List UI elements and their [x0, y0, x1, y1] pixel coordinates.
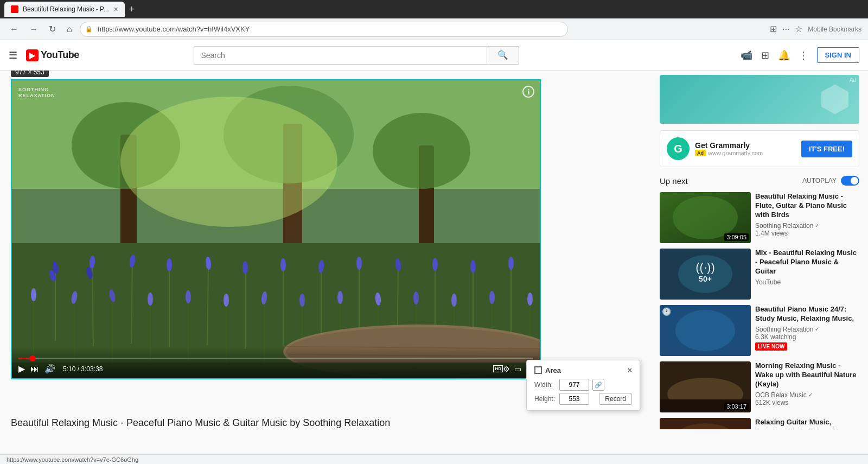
height-label: Height: [534, 395, 556, 403]
grammarly-logo: G [667, 137, 690, 160]
progress-bar[interactable] [18, 358, 533, 359]
browser-toolbar-right: ⊞ ··· ☆ Mobile Bookmarks [770, 24, 861, 34]
search-input[interactable] [194, 46, 487, 65]
sv-channel-2: YouTube [755, 278, 859, 286]
width-input[interactable] [559, 379, 589, 391]
sv-views-4: 512K views [755, 399, 859, 406]
suggested-video-2[interactable]: ((·)) 50+ Mix - Beautiful Relaxing Music… [660, 249, 859, 300]
svg-point-59 [413, 291, 419, 304]
sv-info-5: Relaxing Guitar Music, Calming Music, Re… [755, 418, 859, 429]
active-tab[interactable]: Beautiful Relaxing Music - P... ✕ [4, 2, 125, 17]
height-input[interactable] [559, 393, 589, 405]
svg-point-63 [489, 291, 495, 304]
width-field-row: Width: 🔗 Record [534, 379, 632, 391]
svg-point-25 [280, 258, 286, 271]
address-bar-row: ← → ↻ ⌂ 🔒 ⊞ ··· ☆ Mobile Bookmarks [0, 18, 868, 40]
sv-channel-4: OCB Relax Music ✓ [755, 391, 859, 399]
sidebar: Ad G Get Grammarly Ad www.grammarly.com … [651, 71, 868, 429]
suggested-video-5[interactable]: Relaxing Guitar Music, Calming Music, Re… [660, 418, 859, 429]
svg-point-65 [527, 293, 533, 306]
volume-button[interactable]: 🔊 [44, 364, 55, 374]
sign-in-button[interactable]: SIGN IN [817, 47, 859, 63]
new-tab-button[interactable]: + [125, 4, 139, 15]
sv-title-4: Morning Relaxing Music - Wake up with Be… [755, 361, 859, 389]
up-next-title: Up next [660, 176, 688, 186]
svg-point-53 [299, 294, 305, 307]
video-size-badge: 977 × 553 [11, 71, 49, 77]
grammarly-text: Get Grammarly Ad www.grammarly.com [695, 141, 796, 156]
sv-verified-4: ✓ [808, 392, 813, 398]
next-button[interactable]: ⏭ [30, 364, 39, 374]
video-info: Beautiful Relaxing Music - Peaceful Pian… [11, 417, 640, 429]
settings-button[interactable]: HD ⚙ [493, 365, 510, 373]
play-button[interactable]: ▶ [18, 364, 25, 374]
lock-icon: 🔒 [85, 26, 93, 33]
back-button[interactable]: ← [7, 22, 22, 36]
address-wrapper: 🔒 [80, 22, 568, 37]
youtube-logo-text: YouTube [41, 49, 79, 61]
forward-button[interactable]: → [26, 22, 41, 36]
suggested-video-1[interactable]: 3:09:05 Beautiful Relaxing Music - Flute… [660, 192, 859, 243]
svg-point-8 [120, 97, 337, 227]
video-player-wrapper: 977 × 553 [11, 79, 640, 379]
video-watermark: SOOTHING RELAXATION [18, 87, 55, 99]
ad-banner: Ad [660, 75, 859, 124]
live-badge: LIVE NOW [755, 342, 787, 351]
svg-point-37 [508, 257, 514, 270]
extensions-icon[interactable]: ⊞ [770, 24, 777, 34]
more-icon[interactable]: ⋮ [799, 49, 808, 61]
sv-channel-1: Soothing Relaxation ✓ [755, 222, 859, 230]
sv-title-2: Mix - Beautiful Relaxing Music - Peacefu… [755, 249, 859, 276]
grammarly-ad[interactable]: G Get Grammarly Ad www.grammarly.com IT'… [660, 130, 859, 167]
camera-icon[interactable]: 📹 [741, 49, 752, 61]
apps-icon[interactable]: ⊞ [761, 49, 769, 61]
video-controls: ▶ ⏭ 🔊 5:10 / 3:03:38 HD ⚙ ▭ [12, 347, 540, 378]
suggested-video-4[interactable]: 3:03:17 Morning Relaxing Music - Wake up… [660, 361, 859, 412]
notifications-icon[interactable]: 🔔 [778, 49, 790, 61]
record-button[interactable]: Record [599, 393, 632, 405]
mix-count: 50+ [695, 275, 714, 283]
sv-views-3: 6.3K watching [755, 333, 859, 341]
autoplay-toggle[interactable] [841, 176, 859, 186]
status-bar: https://www.youtube.com/watch?v=v7e-GC6o… [0, 454, 868, 464]
area-record-popup: Area × Width: 🔗 Record Height: [526, 360, 640, 411]
hamburger-menu-icon[interactable]: ☰ [9, 49, 17, 61]
hex-decoration [821, 85, 848, 115]
address-input[interactable] [80, 22, 568, 37]
mix-icon: ((·)) [695, 260, 714, 275]
svg-point-7 [373, 113, 470, 189]
svg-point-47 [186, 290, 191, 303]
header-right: 📹 ⊞ 🔔 ⋮ SIGN IN [741, 47, 859, 63]
suggested-thumb-2: ((·)) 50+ [660, 249, 751, 300]
sv-channel-3: Soothing Relaxation ✓ [755, 326, 859, 333]
svg-point-19 [167, 258, 172, 271]
bookmark-icon[interactable]: ☆ [795, 24, 802, 34]
tab-close-button[interactable]: ✕ [113, 6, 118, 13]
home-button[interactable]: ⌂ [63, 22, 75, 36]
youtube-logo[interactable]: ▶ YouTube [26, 49, 79, 61]
refresh-button[interactable]: ↻ [46, 22, 59, 36]
area-popup-title: Area × [534, 366, 632, 374]
sv-verified-3: ✓ [815, 326, 819, 332]
sv-info-2: Mix - Beautiful Relaxing Music - Peacefu… [755, 249, 859, 300]
more-options-icon[interactable]: ··· [782, 24, 789, 34]
search-button[interactable]: 🔍 [487, 46, 519, 65]
sv-duration-1: 3:09:05 [724, 233, 749, 241]
grammarly-cta-button[interactable]: IT'S FREE! [801, 141, 852, 157]
tab-bar: Beautiful Relaxing Music - P... ✕ + [0, 0, 868, 18]
sv-title-5: Relaxing Guitar Music, Calming Music, Re… [755, 418, 859, 429]
suggested-thumb-3: 🕐 [660, 305, 751, 356]
miniplayer-button[interactable]: ▭ [514, 365, 521, 373]
ad-label: Ad [850, 77, 856, 83]
width-label: Width: [534, 381, 556, 389]
video-info-icon[interactable]: ℹ [522, 86, 534, 98]
suggested-video-3[interactable]: 🕐 Beautiful Piano Music 24/7: Study Musi… [660, 305, 859, 356]
controls-row: ▶ ⏭ 🔊 5:10 / 3:03:38 HD ⚙ ▭ [18, 364, 533, 374]
tab-title: Beautiful Relaxing Music - P... [23, 5, 109, 13]
sv-views-1: 1.4M views [755, 230, 859, 237]
video-player[interactable]: SOOTHING RELAXATION ℹ ▶ ⏭ [11, 79, 541, 379]
lock-aspect-button[interactable]: 🔗 [592, 379, 604, 391]
area-close-button[interactable]: × [628, 366, 632, 374]
svg-point-61 [451, 294, 457, 307]
svg-point-49 [224, 294, 229, 307]
